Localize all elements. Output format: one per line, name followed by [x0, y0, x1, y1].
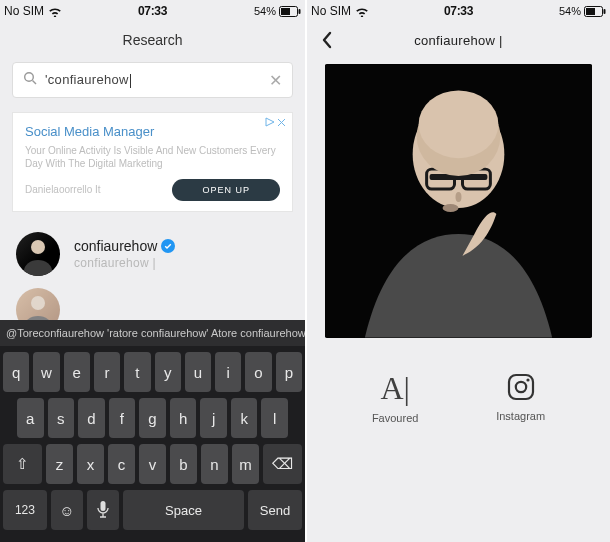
ad-card: Social Media Manager Your Online Activit…	[12, 112, 293, 212]
wifi-icon	[355, 6, 369, 17]
svg-point-3	[25, 73, 34, 82]
key-h[interactable]: h	[170, 398, 197, 438]
svg-rect-20	[509, 375, 533, 399]
battery-pct: 54%	[254, 5, 276, 17]
key-r[interactable]: r	[94, 352, 120, 392]
clock: 07:33	[444, 4, 473, 18]
key-z[interactable]: z	[46, 444, 73, 484]
svg-rect-10	[604, 9, 606, 14]
ad-domain: Danielaoorrello It	[25, 183, 172, 197]
page-header: confiaurehow |	[307, 22, 610, 58]
key-f[interactable]: f	[109, 398, 136, 438]
key-backspace[interactable]: ⌫	[263, 444, 302, 484]
emoji-icon: ☺	[59, 502, 74, 519]
clock: 07:33	[138, 4, 167, 18]
key-b[interactable]: b	[170, 444, 197, 484]
keyboard-row-3: ⇧ z x c v b n m ⌫	[3, 444, 302, 484]
key-shift[interactable]: ⇧	[3, 444, 42, 484]
action-row: A| Favoured Instagram	[307, 372, 610, 424]
key-p[interactable]: p	[276, 352, 302, 392]
svg-point-19	[456, 192, 462, 202]
key-emoji[interactable]: ☺	[51, 490, 83, 530]
keyboard: q w e r t y u i o p a s d f g h j k l ⇧ …	[0, 346, 305, 542]
ad-body: Your Online Activity Is Visible And New …	[25, 144, 280, 171]
favoured-action[interactable]: A| Favoured	[372, 372, 418, 424]
svg-rect-9	[586, 8, 595, 15]
key-j[interactable]: j	[200, 398, 227, 438]
instagram-label: Instagram	[496, 410, 545, 422]
search-input[interactable]: 'confiaurehow ✕	[12, 62, 293, 98]
instagram-action[interactable]: Instagram	[496, 372, 545, 424]
key-e[interactable]: e	[64, 352, 90, 392]
verified-badge-icon	[161, 239, 175, 253]
svg-point-21	[515, 382, 525, 392]
ad-adchoices[interactable]	[265, 117, 286, 127]
status-bar: No SIM 07:33 54%	[0, 0, 305, 22]
key-u[interactable]: u	[185, 352, 211, 392]
key-numbers[interactable]: 123	[3, 490, 47, 530]
status-right: 54%	[254, 5, 301, 17]
search-icon	[23, 71, 37, 89]
key-o[interactable]: o	[245, 352, 271, 392]
key-l[interactable]: l	[261, 398, 288, 438]
wifi-icon	[48, 6, 62, 17]
favoured-label: Favoured	[372, 412, 418, 424]
key-m[interactable]: m	[232, 444, 259, 484]
key-y[interactable]: y	[155, 352, 181, 392]
svg-rect-1	[281, 8, 290, 15]
mic-icon	[96, 500, 110, 521]
key-n[interactable]: n	[201, 444, 228, 484]
favoured-icon: A|	[380, 372, 410, 404]
search-value: 'confiaurehow	[45, 72, 261, 88]
svg-point-22	[526, 378, 529, 381]
keyboard-suggestions[interactable]: @Toreconfiaurehow 'ratore confiaurehow' …	[0, 320, 305, 346]
keyboard-row-2: a s d f g h j k l	[3, 398, 302, 438]
svg-point-18	[443, 204, 459, 212]
key-g[interactable]: g	[139, 398, 166, 438]
result-row[interactable]: confiaurehow confiaurehow |	[0, 226, 305, 282]
clear-icon[interactable]: ✕	[269, 71, 282, 90]
key-s[interactable]: s	[48, 398, 75, 438]
battery-icon	[279, 6, 301, 17]
key-d[interactable]: d	[78, 398, 105, 438]
key-w[interactable]: w	[33, 352, 59, 392]
key-k[interactable]: k	[231, 398, 258, 438]
svg-rect-7	[100, 501, 105, 511]
profile-photo[interactable]	[325, 64, 592, 338]
key-mic[interactable]	[87, 490, 119, 530]
ad-title[interactable]: Social Media Manager	[25, 123, 280, 141]
svg-rect-2	[299, 9, 301, 14]
battery-pct: 54%	[559, 5, 581, 17]
avatar	[16, 232, 60, 276]
status-left: No SIM	[311, 4, 369, 18]
keyboard-row-1: q w e r t y u i o p	[3, 352, 302, 392]
key-c[interactable]: c	[108, 444, 135, 484]
page-header: Research	[0, 22, 305, 58]
result-subtitle: confiaurehow |	[74, 256, 175, 270]
phone-left: No SIM 07:33 54% Research 'confiaurehow …	[0, 0, 305, 542]
instagram-icon	[506, 372, 536, 402]
key-v[interactable]: v	[139, 444, 166, 484]
key-space[interactable]: Space	[123, 490, 244, 530]
key-send[interactable]: Send	[248, 490, 302, 530]
back-button[interactable]	[321, 31, 332, 54]
chevron-left-icon	[321, 31, 332, 49]
person-portrait-icon	[325, 64, 592, 338]
phone-right: No SIM 07:33 54% confiaurehow |	[305, 0, 610, 542]
result-name: confiaurehow	[74, 238, 175, 254]
key-x[interactable]: x	[77, 444, 104, 484]
status-left: No SIM	[4, 4, 62, 18]
key-q[interactable]: q	[3, 352, 29, 392]
battery-icon	[584, 6, 606, 17]
header-title: Research	[123, 32, 183, 48]
key-a[interactable]: a	[17, 398, 44, 438]
carrier-label: No SIM	[4, 4, 44, 18]
status-bar: No SIM 07:33 54%	[307, 0, 610, 22]
key-i[interactable]: i	[215, 352, 241, 392]
key-t[interactable]: t	[124, 352, 150, 392]
carrier-label: No SIM	[311, 4, 351, 18]
status-right: 54%	[559, 5, 606, 17]
svg-line-4	[33, 81, 37, 85]
ad-open-button[interactable]: OPEN UP	[172, 179, 280, 201]
svg-point-17	[419, 90, 499, 158]
